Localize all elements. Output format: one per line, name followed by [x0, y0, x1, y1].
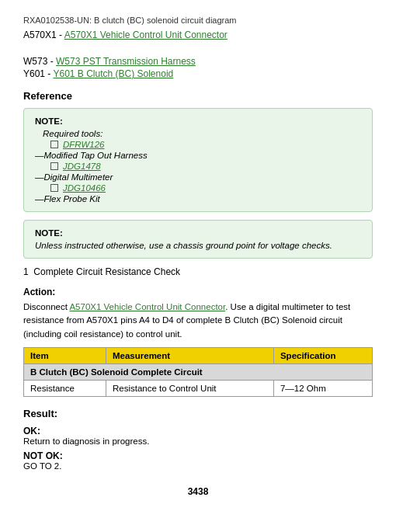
link-row-1: A570X1 - A570X1 Vehicle Control Unit Con… [23, 30, 373, 67]
w573-link[interactable]: W573 PST Transmission Harness [56, 56, 196, 67]
step-line: 1 Complete Circuit Resistance Check [23, 266, 373, 277]
table-header-measurement: Measurement [106, 347, 273, 363]
checkbox-icon-2 [50, 162, 58, 170]
tool1-link[interactable]: DFRW126 [63, 140, 104, 149]
link-col-a570: A570X1 - A570X1 Vehicle Control Unit Con… [23, 30, 228, 40]
tool2-checkbox-row: JDG1478 [50, 162, 361, 171]
result-ok-text: Return to diagnosis in progress. [23, 436, 373, 446]
action-link[interactable]: A570X1 Vehicle Control Unit Connector [69, 302, 225, 311]
result-title: Result: [23, 408, 373, 419]
tool2-link[interactable]: JDG1478 [63, 162, 101, 171]
action-text-before: Disconnect [23, 302, 69, 311]
tool2-prefix: —Digital Multimeter [35, 172, 361, 182]
note2-label: NOTE: [35, 228, 361, 238]
tool1-prefix: —Modified Tap Out Harness [35, 151, 361, 160]
tool3-checkbox-row: JDG10466 [50, 183, 361, 193]
tool1-checkbox-row: DFRW126 [50, 140, 361, 149]
action-text: Disconnect A570X1 Vehicle Control Unit C… [23, 301, 373, 341]
tool3-link[interactable]: JDG10466 [63, 183, 106, 193]
action-label: Action: [23, 287, 373, 297]
note1-required-tools: Required tools: [43, 129, 361, 138]
step-number: 1 [23, 266, 29, 277]
step-text: Complete Circuit Resistance Check [33, 266, 180, 277]
note2-text: Unless instructed otherwise, use a chass… [35, 241, 361, 250]
note-box-1: NOTE: Required tools: DFRW126 —Modified … [23, 108, 373, 212]
table-header-item: Item [24, 347, 106, 363]
link-row-2: Y601 - Y601 B Clutch (BC) Solenoid [23, 68, 373, 79]
table-cell-specification: 7—12 Ohm [273, 380, 372, 396]
table-cell-item: Resistance [24, 380, 106, 396]
result-not-ok-label: NOT OK: [23, 450, 373, 461]
table-header-specification: Specification [273, 347, 372, 363]
link-col-w573: W573 - W573 PST Transmission Harness [23, 56, 196, 67]
table-row: Resistance Resistance to Control Unit 7—… [24, 380, 373, 396]
diagram-label: RXA0102538-UN: B clutch (BC) solenoid ci… [23, 16, 373, 25]
tool3-prefix: —Flex Probe Kit [35, 194, 361, 203]
result-not-ok-text: GO TO 2. [23, 461, 373, 471]
a570x1-link[interactable]: A570X1 Vehicle Control Unit Connector [64, 30, 228, 40]
note-box-2: NOTE: Unless instructed otherwise, use a… [23, 220, 373, 259]
result-section: Result: OK: Return to diagnosis in progr… [23, 408, 373, 471]
page-number: 3438 [23, 486, 373, 497]
y601-link[interactable]: Y601 B Clutch (BC) Solenoid [53, 68, 173, 79]
a570-prefix: A570X1 - A570X1 Vehicle Control Unit Con… [23, 30, 228, 40]
w573-prefix: W573 - W573 PST Transmission Harness [23, 56, 196, 67]
result-ok-label: OK: [23, 426, 373, 436]
note1-label: NOTE: [35, 116, 361, 126]
checkbox-icon-1 [50, 141, 58, 148]
table-cell-measurement: Resistance to Control Unit [106, 380, 273, 396]
checkbox-icon-3 [50, 184, 58, 192]
y601-prefix: Y601 - Y601 B Clutch (BC) Solenoid [23, 68, 173, 79]
table-span-cell: B Clutch (BC) Solenoid Complete Circuit [24, 363, 373, 380]
resistance-table: Item Measurement Specification B Clutch … [23, 347, 373, 397]
table-span-row: B Clutch (BC) Solenoid Complete Circuit [24, 363, 373, 380]
reference-title: Reference [23, 90, 373, 102]
